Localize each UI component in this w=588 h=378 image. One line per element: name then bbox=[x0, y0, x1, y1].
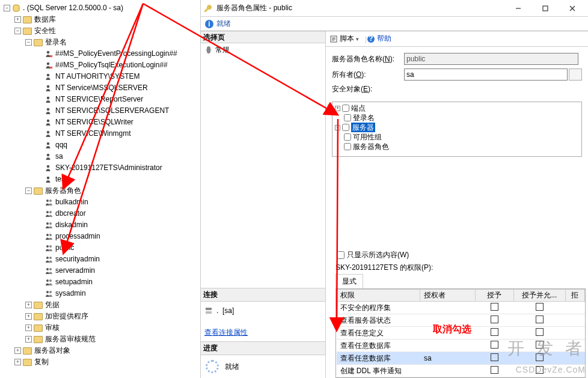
tree-role[interactable]: bulkadmin bbox=[2, 197, 200, 208]
grant-checkbox[interactable] bbox=[491, 353, 498, 361]
tree-role[interactable]: sysadmin bbox=[2, 288, 200, 299]
svg-point-17 bbox=[46, 222, 49, 225]
svg-point-11 bbox=[46, 165, 49, 168]
grant-checkbox[interactable] bbox=[491, 366, 498, 374]
tree-login[interactable]: sa bbox=[2, 151, 200, 162]
tree-server-objects[interactable]: +服务器对象 bbox=[2, 345, 200, 356]
permission-row[interactable]: 不安全的程序集 bbox=[337, 302, 585, 314]
withgrant-checkbox[interactable] bbox=[536, 366, 544, 374]
withgrant-checkbox[interactable] bbox=[536, 303, 544, 311]
permission-row[interactable]: 查看任意数据库 bbox=[337, 340, 585, 352]
tree-role[interactable]: securityadmin bbox=[2, 254, 200, 265]
tree-credentials[interactable]: +凭据 bbox=[2, 299, 200, 311]
tree-login[interactable]: NT SERVICE\Winmgmt bbox=[2, 128, 200, 139]
tree[interactable]: −. (SQL Server 12.0.5000.0 - sa) +数据库 −安… bbox=[0, 0, 200, 368]
permission-row[interactable]: 查看任意数据库sa bbox=[337, 352, 585, 365]
sectree-servers[interactable]: +服务器 bbox=[334, 123, 580, 132]
close-button[interactable] bbox=[559, 0, 586, 16]
role-icon bbox=[44, 278, 53, 287]
tree-login[interactable]: NT AUTHORITY\SYSTEM bbox=[2, 71, 200, 82]
tree-login[interactable]: NT SERVICE\SQLWriter bbox=[2, 117, 200, 128]
tree-role[interactable]: processadmin bbox=[2, 231, 200, 242]
servers-checkbox[interactable] bbox=[342, 124, 349, 131]
sectree-roles[interactable]: 服务器角色 bbox=[334, 142, 580, 151]
tree-login[interactable]: NT SERVICE\SQLSERVERAGENT bbox=[2, 105, 200, 117]
owner-browse-button[interactable] bbox=[569, 69, 582, 81]
tree-server-roles-folder[interactable]: −服务器角色 bbox=[2, 185, 200, 197]
role-name-input[interactable] bbox=[404, 53, 578, 65]
tree-databases[interactable]: +数据库 bbox=[2, 14, 200, 25]
collapse-icon[interactable]: − bbox=[4, 5, 10, 11]
tree-security[interactable]: −安全性 bbox=[2, 25, 200, 37]
sectree-ag[interactable]: 可用性组 bbox=[334, 132, 580, 142]
expand-icon[interactable]: + bbox=[335, 125, 340, 130]
expand-icon[interactable]: + bbox=[335, 106, 340, 111]
page-general[interactable]: 常规 bbox=[201, 43, 325, 56]
owner-input[interactable] bbox=[404, 69, 568, 81]
col-permission[interactable]: 权限 bbox=[337, 290, 420, 302]
tree-role[interactable]: setupadmin bbox=[2, 276, 200, 288]
expand-icon[interactable]: + bbox=[25, 336, 32, 343]
col-withgrant[interactable]: 授予并允... bbox=[513, 290, 565, 302]
tree-login[interactable]: qqq bbox=[2, 139, 200, 151]
ag-checkbox[interactable] bbox=[344, 133, 351, 141]
grant-checkbox[interactable] bbox=[491, 328, 498, 336]
expand-icon[interactable]: + bbox=[14, 347, 21, 354]
col-deny[interactable]: 拒 bbox=[565, 290, 584, 302]
svg-point-30 bbox=[49, 291, 52, 293]
svg-text:i: i bbox=[208, 20, 210, 28]
roles-checkbox[interactable] bbox=[344, 143, 351, 150]
withgrant-checkbox[interactable] bbox=[536, 316, 544, 323]
expand-icon[interactable]: + bbox=[25, 302, 32, 308]
tree-role[interactable]: dbcreator bbox=[2, 208, 200, 219]
securables-tree[interactable]: +端点 登录名 +服务器 可用性组 服务器角色 bbox=[332, 102, 582, 157]
sectree-logins[interactable]: 登录名 bbox=[334, 113, 580, 123]
view-connection-link[interactable]: 查看连接属性 bbox=[204, 327, 322, 338]
permission-row[interactable]: 创建 DDL 事件通知 bbox=[337, 365, 585, 377]
tree-audit-spec[interactable]: +服务器审核规范 bbox=[2, 334, 200, 345]
expand-icon[interactable]: + bbox=[25, 313, 32, 320]
tab-explicit[interactable]: 显式 bbox=[335, 274, 363, 288]
maximize-button[interactable] bbox=[531, 0, 559, 16]
titlebar[interactable]: 服务器角色属性 - public bbox=[201, 0, 588, 17]
object-explorer[interactable]: −. (SQL Server 12.0.5000.0 - sa) +数据库 −安… bbox=[0, 0, 201, 378]
tree-audit[interactable]: +审核 bbox=[2, 322, 200, 334]
endpoints-checkbox[interactable] bbox=[342, 105, 349, 112]
tree-login[interactable]: SKY-20191127ETS\Administrator bbox=[2, 162, 200, 174]
collapse-icon[interactable]: − bbox=[14, 28, 21, 34]
permissions-table[interactable]: 权限 授权者 授予 授予并允... 拒 不安全的程序集查看服务器状态查看任意定义… bbox=[336, 289, 585, 377]
tree-role[interactable]: serveradmin bbox=[2, 265, 200, 276]
grant-checkbox[interactable] bbox=[491, 316, 498, 323]
grant-checkbox[interactable] bbox=[491, 341, 498, 349]
permission-row[interactable]: 查看任意定义 bbox=[337, 327, 585, 340]
tree-role[interactable]: diskadmin bbox=[2, 219, 200, 231]
show-selected-checkbox[interactable] bbox=[337, 251, 345, 259]
tree-login[interactable]: NT SERVICE\ReportServer bbox=[2, 94, 200, 105]
withgrant-checkbox[interactable] bbox=[536, 328, 544, 336]
minimize-button[interactable] bbox=[504, 0, 531, 16]
sectree-endpoints[interactable]: +端点 bbox=[334, 103, 580, 113]
withgrant-checkbox[interactable] bbox=[536, 353, 544, 361]
logins-checkbox[interactable] bbox=[344, 114, 351, 121]
script-dropdown[interactable]: 脚本 bbox=[329, 34, 359, 44]
tree-root[interactable]: −. (SQL Server 12.0.5000.0 - sa) bbox=[2, 2, 200, 14]
tree-login[interactable]: test bbox=[2, 174, 200, 185]
expand-icon[interactable]: + bbox=[14, 16, 21, 23]
grant-checkbox[interactable] bbox=[491, 303, 498, 311]
tree-role-public[interactable]: public bbox=[2, 242, 200, 254]
tree-login[interactable]: ##MS_PolicyEventProcessingLogin## bbox=[2, 48, 200, 59]
expand-icon[interactable]: + bbox=[14, 359, 21, 365]
permission-row[interactable]: 查看服务器状态 bbox=[337, 314, 585, 327]
tree-login[interactable]: NT Service\MSSQLSERVER bbox=[2, 82, 200, 94]
col-grant[interactable]: 授予 bbox=[475, 290, 513, 302]
withgrant-checkbox[interactable] bbox=[536, 341, 544, 349]
tree-logins-folder[interactable]: −登录名 bbox=[2, 37, 200, 48]
tree-crypto[interactable]: +加密提供程序 bbox=[2, 311, 200, 322]
tree-replication[interactable]: +复制 bbox=[2, 356, 200, 368]
help-button[interactable]: ?帮助 bbox=[367, 34, 391, 44]
tree-login[interactable]: ##MS_PolicyTsqlExecutionLogin## bbox=[2, 59, 200, 71]
collapse-icon[interactable]: − bbox=[25, 187, 32, 194]
col-grantor[interactable]: 授权者 bbox=[420, 290, 475, 302]
collapse-icon[interactable]: − bbox=[25, 39, 32, 46]
expand-icon[interactable]: + bbox=[25, 325, 32, 331]
